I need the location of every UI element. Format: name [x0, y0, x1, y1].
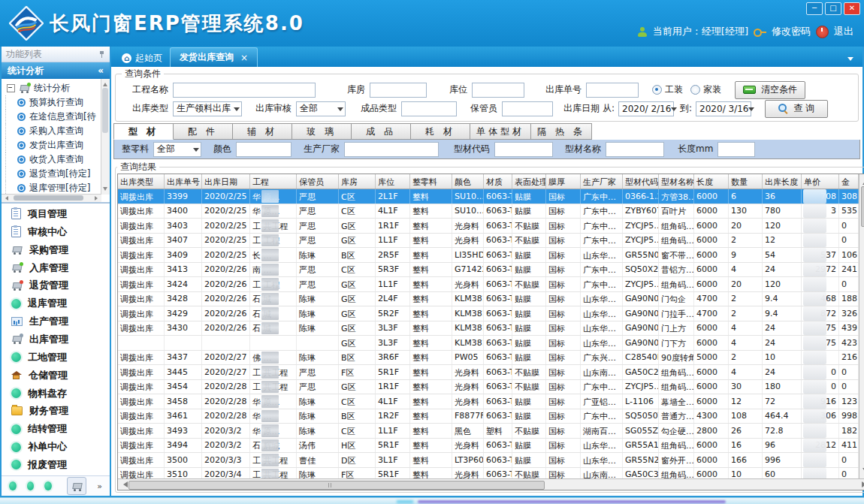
table-row[interactable]: 调拨出库34542020/2/28工 共工程严思G区1R1F整料光身料6063-… [118, 380, 859, 395]
footer-dot-icon[interactable] [9, 481, 17, 490]
scroll-left-icon[interactable] [120, 481, 128, 487]
column-header-warehouse[interactable]: 库房 [339, 174, 376, 189]
sidebar-module-6[interactable]: 生产管理 [2, 312, 110, 330]
scroll-left-icon[interactable] [3, 196, 8, 201]
table-vertical-scrollbar[interactable] [859, 174, 864, 478]
tree-vscroll-thumb[interactable] [102, 88, 108, 133]
work-wear-radio[interactable] [652, 85, 662, 95]
clear-conditions-button[interactable]: 清空条件 [735, 81, 805, 99]
material-tab-1[interactable]: 配 件 [174, 123, 233, 140]
tab-close-icon[interactable]: × [240, 53, 248, 63]
sidebar-module-8[interactable]: 工地管理 [2, 349, 110, 367]
column-header-material[interactable]: 材质 [484, 174, 512, 189]
column-header-type[interactable]: 出库类型 [118, 174, 165, 189]
sidebar-module-14[interactable]: 报废管理 [2, 456, 110, 474]
tab-list-caret-icon[interactable] [847, 57, 853, 64]
tree-hscroll-thumb[interactable] [14, 195, 83, 201]
home-wear-radio[interactable] [690, 85, 700, 95]
tree-item-4[interactable]: 收货入库查询 [5, 152, 110, 167]
column-header-whole[interactable]: 整零料 [410, 174, 452, 189]
tree-vertical-scrollbar[interactable] [101, 79, 110, 195]
footer-dot-icon[interactable] [27, 481, 35, 490]
sidebar-module-4[interactable]: 退货管理 [2, 276, 110, 294]
date-from-select[interactable]: 2020/ 2/16 [618, 101, 674, 116]
table-row[interactable]: G区3L3F整料KLM38176063-T5贴膜国标山东华…GA90N09.门下… [118, 336, 859, 351]
column-header-keeper[interactable]: 保管员 [297, 174, 339, 189]
keeper-input[interactable] [502, 101, 553, 116]
minimize-button[interactable]: ─ [806, 2, 823, 15]
material-tab-2[interactable]: 辅 材 [233, 123, 292, 140]
tree-item-2[interactable]: 采购入库查询 [5, 124, 110, 138]
sidebar-module-5[interactable]: 退库管理 [2, 294, 110, 312]
material-tab-3[interactable]: 玻 璃 [292, 123, 352, 140]
sidebar-section-header[interactable]: 统计分析 « [2, 62, 110, 79]
tree-root-statistics[interactable]: 统计分析 [5, 81, 110, 95]
profile-code-input[interactable] [494, 142, 553, 157]
sidebar-module-10[interactable]: 物料盘存 [2, 385, 110, 403]
column-header-date[interactable]: 出库日期 [202, 174, 250, 189]
table-hscroll-thumb[interactable] [128, 481, 545, 490]
table-row[interactable]: 调拨出库34242020/2/26工 工程严思G区1L1F整料光身料6063-T… [118, 277, 859, 292]
sidebar-module-3[interactable]: 入库管理 [2, 259, 110, 277]
table-row[interactable]: 调拨出库33992020/2/25华 原…严思C区2L1F整料SU10…6063… [118, 189, 859, 204]
warehouse-input[interactable] [370, 83, 427, 98]
sidebar-module-9[interactable]: 仓储管理 [2, 367, 110, 385]
whole-part-select[interactable]: 全部 [153, 142, 201, 157]
audit-select[interactable]: 全部 [296, 101, 346, 116]
material-tab-5[interactable]: 耗 材 [411, 123, 470, 140]
sidebar-module-0[interactable]: 项目管理 [2, 205, 110, 223]
footer-dot-icon[interactable] [44, 481, 52, 490]
pin-icon[interactable] [98, 51, 105, 58]
table-row[interactable]: 调拨出库34092020/2/25长 …陈琳B区2R5F整料LI35HD6063… [118, 248, 859, 263]
sidebar-module-12[interactable]: 结转管理 [2, 420, 110, 438]
location-input[interactable] [472, 83, 524, 98]
table-row[interactable]: 调拨出库34612020/2/28华 …陈琳B区1R2F整料F8877FT606… [118, 409, 859, 424]
table-row[interactable]: 调拨出库35002020/3/3工 共工程曹佳D区3L1F整料LT3P60606… [118, 453, 859, 468]
material-tab-6[interactable]: 单体型材 [470, 123, 531, 140]
column-header-surface[interactable]: 表面处理 [512, 174, 546, 189]
out-type-select[interactable]: 生产领料出库 [173, 101, 242, 116]
scroll-up-icon[interactable] [103, 80, 107, 86]
scroll-down-icon[interactable] [103, 187, 107, 193]
tree-item-3[interactable]: 发货出库查询 [5, 138, 110, 152]
column-header-film[interactable]: 膜厚 [546, 174, 581, 189]
sidebar-module-2[interactable]: 采购管理 [2, 241, 110, 259]
table-row[interactable]: 调拨出库34072020/2/25工 工程严思G区1L1F整料光身料6063-T… [118, 234, 859, 249]
color-input[interactable] [236, 142, 292, 157]
tree-item-1[interactable]: 在途信息查询[待 [5, 110, 110, 124]
table-row[interactable]: 调拨出库34942020/3/2石 辉城汤伟H区5R1F整料光身料6063-T5… [118, 439, 859, 454]
footer-cart-button[interactable] [67, 477, 86, 495]
maker-input[interactable] [344, 142, 439, 157]
table-row[interactable]: 调拨出库34292020/2/26石 城陈琳G区5R2F整料KLM3817606… [118, 306, 859, 321]
table-row[interactable]: 调拨出库34132020/2/26南 …严思C区5R3F整料G714226063… [118, 263, 859, 278]
tree-expander-icon[interactable] [7, 84, 15, 92]
table-row[interactable]: 调拨出库34302020/2/26石 城陈琳G区3L3F整料KLM3817606… [118, 321, 859, 337]
maximize-button[interactable]: □ [825, 2, 841, 15]
column-header-amount[interactable]: 金 [839, 174, 859, 189]
column-header-price[interactable]: 单价 [802, 174, 839, 189]
table-row[interactable]: 调拨出库34582020/2/28华 原…陈琳C区4L1F整料光身料6063-T… [118, 394, 859, 409]
column-header-maker[interactable]: 生产厂家 [581, 174, 623, 189]
length-input[interactable] [717, 142, 755, 157]
column-header-name[interactable]: 型材名称 [659, 174, 694, 189]
product-type-input[interactable] [401, 101, 457, 116]
column-header-color[interactable]: 颜色 [452, 174, 484, 189]
tree-item-5[interactable]: 退货查询[待定] [5, 167, 110, 181]
column-header-length[interactable]: 长度 [694, 174, 729, 189]
table-row[interactable]: 调拨出库34932020/3/2华 原…陈琳C区1L1F整料黑色塑料不贴膜国标湖… [118, 424, 859, 439]
collapse-icon[interactable]: « [98, 65, 104, 76]
sidebar-module-7[interactable]: 出库管理 [2, 330, 110, 349]
project-name-input[interactable] [173, 83, 316, 98]
column-header-code[interactable]: 型材代码 [623, 174, 659, 189]
material-tab-0[interactable]: 型 材 [113, 123, 174, 140]
column-header-order_no[interactable]: 出库单号 [165, 174, 202, 189]
column-header-out_length[interactable]: 出库长度 [763, 174, 802, 189]
sidebar-module-1[interactable]: 审核中心 [2, 223, 110, 241]
logout-link[interactable]: 退出 [834, 25, 853, 38]
table-row[interactable]: 调拨出库34002020/2/25华 原…严思C区4L1F整料SU10…6063… [118, 204, 859, 219]
table-row[interactable]: 调拨出库34032020/2/25工 共工程严思G区1R1F整料光身料6063-… [118, 219, 859, 234]
material-tab-4[interactable]: 成 品 [352, 123, 411, 140]
change-password-link[interactable]: 修改密码 [772, 25, 811, 38]
table-horizontal-scrollbar[interactable] [118, 478, 864, 490]
material-tab-7[interactable]: 隔 热 条 [531, 123, 592, 140]
